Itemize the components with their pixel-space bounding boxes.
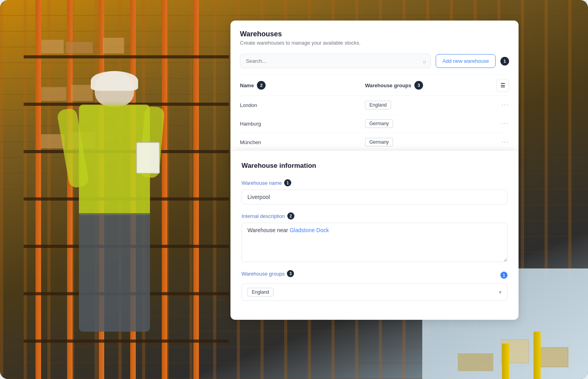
col-settings: ☰ (490, 79, 509, 92)
col-groups-header: Warehouse groups 3 (365, 79, 490, 92)
row-more-button[interactable]: ··· (490, 139, 509, 146)
internal-description-textarea[interactable]: Warehouse near Gladstone Dock (242, 223, 507, 262)
row-name: Hamburg (240, 121, 365, 127)
row-more-button[interactable]: ··· (490, 101, 509, 109)
col-name-badge: 2 (257, 81, 266, 90)
row-groups: England (365, 101, 490, 109)
warehouse-groups-dropdown[interactable]: England ▾ (242, 283, 507, 301)
table-header: Name 2 Warehouse groups 3 ☰ (240, 75, 509, 96)
warehouses-panel: Warehouses Create warehouses to manage y… (230, 21, 519, 170)
row-name: London (240, 102, 365, 108)
groups-tags: England (247, 288, 273, 296)
warehouse-groups-badge: 3 (287, 270, 294, 277)
search-row: ⌕ Add new warehouse 1 (240, 54, 509, 68)
table-row[interactable]: London England ··· (240, 96, 509, 114)
row-name: München (240, 139, 365, 145)
panel-subtitle: Create warehouses to manage your availab… (240, 40, 509, 46)
table-row[interactable]: München Germany ··· (240, 133, 509, 152)
warehouse-groups-info: 1 (500, 272, 507, 279)
warehouse-name-badge: 1 (284, 179, 291, 186)
section-title: Warehouse information (242, 162, 507, 170)
internal-description-badge: 2 (287, 212, 294, 220)
warehouse-groups-label: Warehouse groups 3 (242, 270, 294, 277)
warehouse-name-input[interactable] (242, 190, 507, 205)
col-name-header: Name 2 (240, 79, 365, 92)
group-tag: Germany (365, 119, 393, 128)
group-tag: England (365, 101, 391, 109)
row-groups: Germany (365, 138, 490, 146)
table-row[interactable]: Hamburg Germany ··· (240, 114, 509, 133)
column-settings-icon[interactable]: ☰ (496, 79, 509, 92)
gladstone-link[interactable]: Gladstone Dock (290, 227, 329, 233)
row-groups: Germany (365, 119, 490, 128)
panel-title: Warehouses (240, 30, 509, 38)
search-input[interactable] (240, 54, 431, 68)
col-groups-badge: 3 (414, 81, 423, 90)
warehouse-groups-field: Warehouse groups 3 1 England ▾ (242, 270, 507, 301)
search-wrapper: ⌕ (240, 54, 431, 68)
warehouse-information-panel: Warehouse information Warehouse name 1 I… (230, 151, 519, 320)
england-tag: England (247, 288, 273, 296)
warehouse-name-label: Warehouse name 1 (242, 179, 507, 186)
warehouse-name-field: Warehouse name 1 (242, 179, 507, 205)
group-tag: Germany (365, 138, 393, 146)
groups-field-row: Warehouse groups 3 1 (242, 270, 507, 280)
search-icon: ⌕ (423, 58, 426, 64)
add-warehouse-button[interactable]: Add new warehouse (436, 54, 496, 68)
internal-description-label: Internal description 2 (242, 212, 507, 220)
add-badge: 1 (500, 57, 509, 66)
row-more-button[interactable]: ··· (490, 120, 509, 127)
chevron-down-icon: ▾ (499, 289, 502, 295)
internal-description-field: Internal description 2 Warehouse near Gl… (242, 212, 507, 262)
